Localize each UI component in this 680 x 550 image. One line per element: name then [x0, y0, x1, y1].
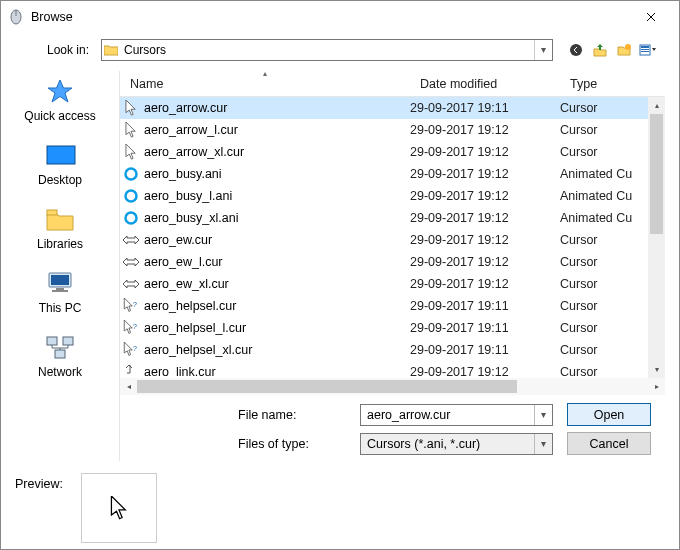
column-header-name[interactable]: ▴ Name	[120, 71, 410, 96]
file-type-icon: ?	[120, 320, 142, 336]
file-date: 29-09-2017 19:12	[410, 233, 560, 247]
file-type: Cursor	[560, 123, 648, 137]
file-row[interactable]: aero_ew.cur29-09-2017 19:12Cursor	[120, 229, 648, 251]
places-libraries[interactable]: Libraries	[1, 205, 119, 251]
cursor-arrow-icon	[110, 496, 128, 520]
svg-text:?: ?	[133, 300, 137, 309]
file-date: 29-09-2017 19:11	[410, 299, 560, 313]
file-type: Animated Cu	[560, 211, 648, 225]
files-of-type-select[interactable]: Cursors (*.ani, *.cur) ▾	[360, 433, 553, 455]
filename-row: File name: aero_arrow.cur ▾ Open	[120, 395, 665, 426]
places-network[interactable]: Network	[1, 333, 119, 379]
column-headers: ▴ Name Date modified Type	[120, 71, 665, 97]
svg-point-3	[625, 44, 631, 50]
file-name: aero_arrow.cur	[142, 101, 410, 115]
scroll-down-icon[interactable]: ▾	[648, 361, 665, 378]
open-button[interactable]: Open	[567, 403, 651, 426]
mouse-icon	[9, 9, 25, 25]
svg-point-19	[126, 191, 137, 202]
titlebar: Browse	[1, 1, 679, 33]
scroll-up-icon[interactable]: ▴	[648, 97, 665, 114]
h-scroll-thumb[interactable]	[137, 380, 517, 393]
scroll-right-icon[interactable]: ▸	[648, 382, 665, 391]
file-date: 29-09-2017 19:11	[410, 321, 560, 335]
file-row[interactable]: aero_busy_l.ani29-09-2017 19:12Animated …	[120, 185, 648, 207]
file-name: aero_arrow_l.cur	[142, 123, 410, 137]
window-title: Browse	[31, 10, 631, 24]
svg-rect-6	[641, 49, 649, 50]
close-button[interactable]	[631, 3, 671, 31]
file-type: Animated Cu	[560, 167, 648, 181]
file-row[interactable]: ?aero_helpsel_xl.cur29-09-2017 19:11Curs…	[120, 339, 648, 361]
file-row[interactable]: aero_busy_xl.ani29-09-2017 19:12Animated…	[120, 207, 648, 229]
file-list[interactable]: aero_arrow.cur29-09-2017 19:11Cursoraero…	[120, 97, 665, 378]
file-type-icon	[120, 100, 142, 116]
svg-rect-14	[52, 290, 68, 292]
file-row[interactable]: ?aero_helpsel_l.cur29-09-2017 19:11Curso…	[120, 317, 648, 339]
up-one-level-button[interactable]	[591, 41, 609, 59]
file-row[interactable]: aero_arrow.cur29-09-2017 19:11Cursor	[120, 97, 648, 119]
file-row[interactable]: aero_ew_xl.cur29-09-2017 19:12Cursor	[120, 273, 648, 295]
file-row[interactable]: aero_arrow_l.cur29-09-2017 19:12Cursor	[120, 119, 648, 141]
look-in-dropdown[interactable]: Cursors ▾	[101, 39, 553, 61]
view-menu-button[interactable]	[639, 41, 657, 59]
places-thispc[interactable]: This PC	[1, 269, 119, 315]
file-name: aero_ew_l.cur	[142, 255, 410, 269]
file-name-input[interactable]: aero_arrow.cur ▾	[360, 404, 553, 426]
file-date: 29-09-2017 19:12	[410, 123, 560, 137]
places-quick[interactable]: Quick access	[1, 77, 119, 123]
file-pane: ▴ Name Date modified Type aero_arrow.cur…	[119, 71, 665, 461]
file-name: aero_busy_xl.ani	[142, 211, 410, 225]
file-row[interactable]: aero_ew_l.cur29-09-2017 19:12Cursor	[120, 251, 648, 273]
file-type-icon	[120, 279, 142, 289]
file-type-icon	[120, 235, 142, 245]
file-date: 29-09-2017 19:11	[410, 343, 560, 357]
file-row[interactable]: ?aero_helpsel.cur29-09-2017 19:11Cursor	[120, 295, 648, 317]
v-scroll-thumb[interactable]	[650, 114, 663, 234]
new-folder-button[interactable]	[615, 41, 633, 59]
cancel-button[interactable]: Cancel	[567, 432, 651, 455]
file-type: Cursor	[560, 233, 648, 247]
toolbar-nav	[567, 41, 667, 59]
vertical-scrollbar[interactable]: ▴ ▾	[648, 97, 665, 378]
files-of-type-label: Files of type:	[238, 437, 346, 451]
svg-point-18	[126, 169, 137, 180]
file-date: 29-09-2017 19:12	[410, 167, 560, 181]
sort-indicator-icon: ▴	[263, 69, 267, 78]
file-type-icon	[120, 167, 142, 181]
quick-icon	[44, 77, 76, 105]
file-date: 29-09-2017 19:12	[410, 211, 560, 225]
file-type: Cursor	[560, 343, 648, 357]
file-date: 29-09-2017 19:12	[410, 277, 560, 291]
svg-point-2	[570, 44, 582, 56]
scroll-left-icon[interactable]: ◂	[120, 382, 137, 391]
file-date: 29-09-2017 19:12	[410, 145, 560, 159]
file-type: Cursor	[560, 145, 648, 159]
svg-point-20	[126, 213, 137, 224]
file-name: aero_busy.ani	[142, 167, 410, 181]
file-type-icon: ?	[120, 342, 142, 358]
file-name: aero_ew.cur	[142, 233, 410, 247]
horizontal-scrollbar[interactable]: ◂ ▸	[120, 378, 665, 395]
file-type: Cursor	[560, 365, 648, 378]
file-row[interactable]: aero_busy.ani29-09-2017 19:12Animated Cu	[120, 163, 648, 185]
places-desktop[interactable]: Desktop	[1, 141, 119, 187]
svg-rect-13	[56, 288, 64, 290]
file-date: 29-09-2017 19:12	[410, 255, 560, 269]
file-row[interactable]: aero_link.cur29-09-2017 19:12Cursor	[120, 361, 648, 378]
column-header-date[interactable]: Date modified	[410, 71, 560, 96]
file-type: Animated Cu	[560, 189, 648, 203]
preview-box	[81, 473, 157, 543]
file-date: 29-09-2017 19:12	[410, 189, 560, 203]
look-in-value: Cursors	[120, 43, 534, 57]
file-type-icon	[120, 189, 142, 203]
file-row[interactable]: aero_arrow_xl.cur29-09-2017 19:12Cursor	[120, 141, 648, 163]
chevron-down-icon: ▾	[534, 434, 552, 454]
back-button[interactable]	[567, 41, 585, 59]
column-header-type[interactable]: Type	[560, 71, 648, 96]
network-icon	[44, 333, 76, 361]
file-type: Cursor	[560, 101, 648, 115]
look-in-row: Look in: Cursors ▾	[1, 33, 679, 71]
svg-text:?: ?	[133, 344, 137, 353]
svg-text:?: ?	[133, 322, 137, 331]
